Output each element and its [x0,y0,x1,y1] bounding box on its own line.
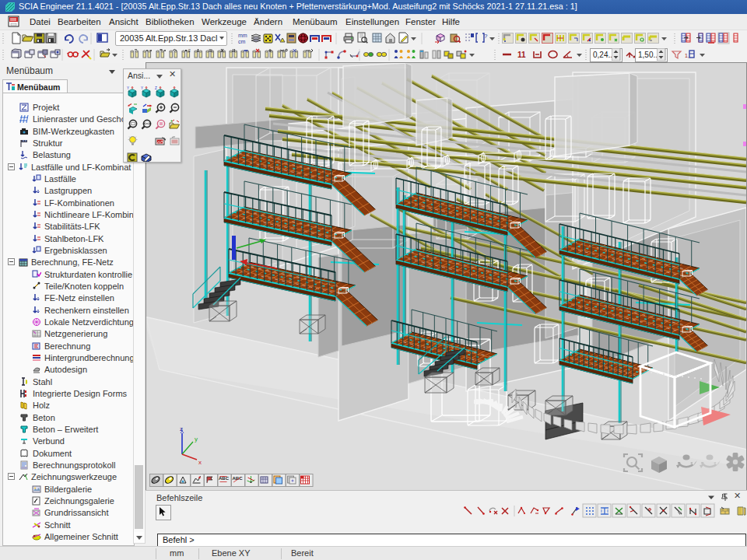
svg-text:x: x [198,459,202,466]
svg-text:z: z [180,425,183,432]
svg-text:mm: mm [238,33,247,38]
svg-text:Z: Z [155,86,157,90]
svg-text:Y: Y [141,86,143,90]
svg-text:ABC: ABC [219,476,230,481]
svg-text:1,: 1, [685,53,689,58]
svg-text:y: y [195,436,198,443]
svg-text:?: ? [484,33,488,40]
svg-text:cm: cm [238,39,246,44]
svg-text:2: 2 [188,48,191,53]
svg-text:ABC: ABC [233,476,244,481]
svg-text:Y: Y [127,86,129,90]
svg-text:11: 11 [517,51,526,59]
